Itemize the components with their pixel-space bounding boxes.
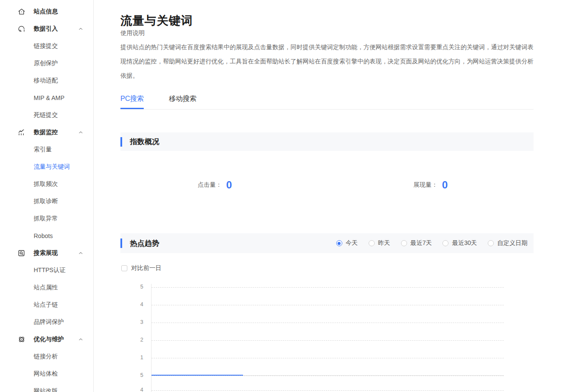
optimize-icon — [17, 335, 26, 344]
sidebar-item[interactable]: 链接提交 — [0, 38, 93, 55]
sidebar-item[interactable]: 原创保护 — [0, 55, 93, 72]
section-accent-bar — [120, 137, 122, 147]
sidebar-group-label: 搜索展现 — [34, 249, 58, 257]
chart-tick-label: 2 — [128, 337, 143, 343]
sidebar-group-data-monitor[interactable]: 数据监控 — [0, 124, 93, 141]
trend-section-header: 热点趋势 今天昨天最近7天最近30天自定义日期 — [120, 233, 534, 253]
page-description: 提供站点的热门关键词在百度搜索结果中的展现及点击量数据，同时提供关键词定制功能，… — [120, 40, 534, 83]
radio-unselected-icon[interactable] — [401, 240, 407, 246]
chart-gridline — [152, 340, 504, 341]
sidebar-group-label: 站点信息 — [34, 8, 58, 16]
sidebar-group-label: 数据监控 — [34, 129, 58, 136]
radio-label: 昨天 — [378, 239, 390, 247]
usage-label: 使用说明 — [120, 29, 145, 37]
chart-tick-label: 5 — [128, 372, 143, 378]
chart-gridline — [152, 323, 504, 323]
today-series-line — [152, 375, 243, 376]
sidebar-group-site-info[interactable]: 站点信息 — [0, 3, 93, 20]
radio-unselected-icon[interactable] — [488, 240, 494, 246]
chevron-up-icon[interactable] — [78, 336, 84, 342]
page-title: 流量与关键词 — [120, 13, 193, 28]
sidebar-item[interactable]: 网站体检 — [0, 365, 93, 383]
radio-label: 自定义日期 — [497, 239, 527, 247]
trend-section-title: 热点趋势 — [130, 238, 159, 248]
chevron-up-icon[interactable] — [78, 26, 84, 32]
data-import-icon — [17, 25, 26, 33]
radio-label: 最近7天 — [410, 239, 432, 247]
compare-previous-day-checkbox[interactable]: 对比前一日 — [121, 264, 161, 272]
sidebar: 站点信息数据引入链接提交原创保护移动适配MIP & AMP死链提交数据监控索引量… — [0, 0, 94, 392]
tab-pc-search[interactable]: PC搜索 — [120, 94, 144, 103]
radio-last7days[interactable]: 最近7天 — [401, 239, 432, 247]
sidebar-item[interactable]: 品牌词保护 — [0, 314, 93, 331]
tab-mobile-search[interactable]: 移动搜索 — [169, 94, 196, 103]
sidebar-group-optimize[interactable]: 优化与维护 — [0, 331, 93, 348]
trend-chart: 5432154 — [94, 280, 562, 392]
metric-value: 0 — [226, 179, 232, 191]
tab-bar: PC搜索移动搜索 — [120, 94, 534, 110]
sidebar-item[interactable]: 流量与关键词 — [0, 158, 93, 176]
metric-label: 点击量： — [198, 181, 222, 189]
radio-custom[interactable]: 自定义日期 — [488, 239, 527, 247]
date-range-radio-group: 今天昨天最近7天最近30天自定义日期 — [336, 239, 527, 247]
radio-selected-icon[interactable] — [336, 240, 342, 246]
chart-tick-label: 5 — [128, 284, 143, 290]
sidebar-item[interactable]: MIP & AMP — [0, 89, 93, 107]
metric-impressions: 展现量：0 — [414, 178, 448, 192]
sidebar-group-label: 数据引入 — [34, 25, 58, 33]
app-root: 站点信息数据引入链接提交原创保护移动适配MIP & AMP死链提交数据监控索引量… — [0, 0, 562, 392]
compare-label: 对比前一日 — [131, 264, 161, 272]
chart-tick-label: 1 — [128, 354, 143, 361]
radio-label: 今天 — [346, 239, 358, 247]
sidebar-item[interactable]: 抓取频次 — [0, 176, 93, 193]
search-display-icon — [17, 249, 26, 257]
radio-unselected-icon[interactable] — [369, 240, 375, 246]
chart-tick-label: 4 — [128, 387, 143, 392]
chart-gridline — [152, 287, 504, 288]
main-content: 流量与关键词 使用说明 提供站点的热门关键词在百度搜索结果中的展现及点击量数据，… — [94, 0, 562, 392]
checkbox-icon[interactable] — [121, 265, 127, 271]
chevron-up-icon[interactable] — [78, 250, 84, 256]
radio-unselected-icon[interactable] — [442, 240, 448, 246]
home-icon — [17, 7, 26, 16]
chart-tick-label: 3 — [128, 319, 143, 325]
sidebar-item[interactable]: 站点属性 — [0, 279, 93, 296]
radio-yesterday[interactable]: 昨天 — [369, 239, 390, 247]
sidebar-group-search-display[interactable]: 搜索展现 — [0, 245, 93, 262]
data-monitor-icon — [17, 128, 26, 137]
chart-gridline — [152, 390, 504, 391]
sidebar-item[interactable]: Robots — [0, 227, 93, 245]
sidebar-item[interactable]: HTTPS认证 — [0, 262, 93, 279]
sidebar-group-label: 优化与维护 — [34, 336, 64, 343]
radio-today[interactable]: 今天 — [336, 239, 358, 247]
sidebar-nav: 站点信息数据引入链接提交原创保护移动适配MIP & AMP死链提交数据监控索引量… — [0, 3, 93, 392]
sidebar-item[interactable]: 链接分析 — [0, 348, 93, 365]
sidebar-item[interactable]: 死链提交 — [0, 107, 93, 124]
chart-gridline — [152, 358, 504, 358]
section-accent-bar — [120, 238, 122, 248]
sidebar-item[interactable]: 站点子链 — [0, 296, 93, 314]
radio-last30days[interactable]: 最近30天 — [442, 239, 477, 247]
radio-label: 最近30天 — [452, 239, 477, 247]
metric-label: 展现量： — [414, 181, 438, 189]
chart-gridline — [152, 376, 504, 376]
sidebar-item[interactable]: 抓取诊断 — [0, 193, 93, 210]
metric-value: 0 — [442, 179, 448, 191]
sidebar-item[interactable]: 网站改版 — [0, 383, 93, 392]
sidebar-item[interactable]: 抓取异常 — [0, 210, 93, 227]
series-baseline-rest — [243, 375, 504, 376]
metric-clicks: 点击量：0 — [198, 178, 232, 192]
chart-tick-label: 4 — [128, 301, 143, 307]
overview-section-title: 指数概况 — [130, 137, 159, 147]
chart-gridline — [152, 305, 504, 305]
overview-section-header: 指数概况 — [120, 132, 534, 151]
sidebar-item[interactable]: 索引量 — [0, 141, 93, 158]
sidebar-item[interactable]: 移动适配 — [0, 72, 93, 89]
sidebar-group-data-import[interactable]: 数据引入 — [0, 20, 93, 38]
chevron-up-icon[interactable] — [78, 129, 84, 135]
